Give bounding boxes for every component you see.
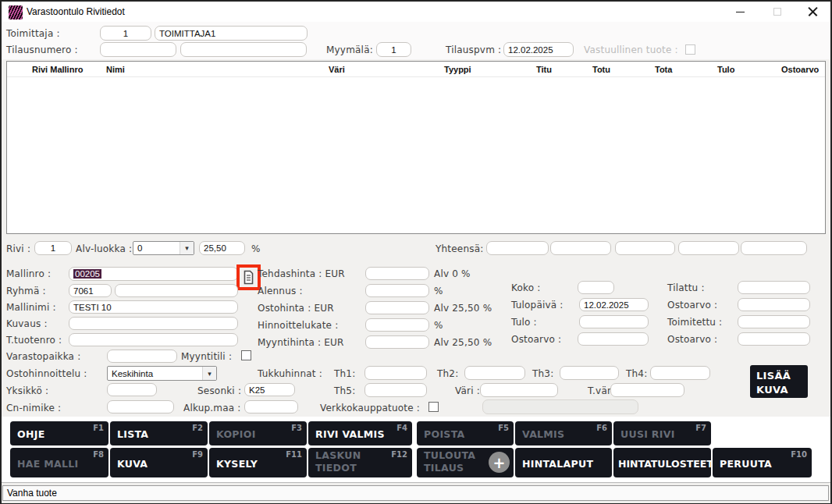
alv-percent-field[interactable]: 25,50 — [199, 241, 245, 255]
tulouta-tilaus-button[interactable]: TULOUTA TILAUS + — [417, 448, 514, 477]
rivi-valmis-button[interactable]: RIVI VALMIS F4 — [308, 421, 412, 445]
yhteensa-field-1[interactable] — [486, 241, 549, 255]
mallinimi-field[interactable]: TESTI 10 — [69, 300, 238, 314]
yhteensa-field-3[interactable] — [615, 241, 675, 255]
tilattu-field[interactable] — [738, 281, 810, 294]
fkey-label: F3 — [291, 424, 302, 432]
fkey-label: F12 — [391, 450, 407, 459]
lista-button[interactable]: LISTA F2 — [110, 421, 208, 445]
poista-button[interactable]: POISTA F5 — [417, 421, 514, 445]
button-label: KYSELY — [216, 458, 258, 470]
koko-field[interactable] — [578, 281, 614, 294]
button-label: RIVI VALMIS — [315, 428, 385, 441]
valmis-button[interactable]: VALMIS F6 — [515, 421, 612, 445]
tilausnumero-field-1[interactable] — [100, 42, 176, 57]
fkey-label: F11 — [286, 450, 302, 459]
cn-nimike-field[interactable] — [107, 400, 174, 413]
kopioi-button[interactable]: KOPIOI F3 — [209, 421, 307, 445]
button-label: HAE MALLI — [17, 458, 78, 470]
hinnoittelukate-field[interactable] — [365, 318, 429, 332]
mallinro-field[interactable]: 00205 — [69, 267, 238, 281]
th1-field[interactable] — [364, 366, 427, 380]
ostoarvo-mid-field[interactable] — [578, 332, 649, 346]
ostohinta-field[interactable] — [365, 301, 429, 314]
th2-field[interactable] — [464, 366, 525, 380]
rivi-field[interactable]: 1 — [34, 241, 72, 255]
sesonki-field[interactable]: K25 — [244, 383, 295, 396]
ryhma-code-field[interactable]: 7061 — [69, 284, 112, 297]
title-bar: Varastoontulo Rivitiedot — [2, 2, 830, 23]
kysely-button[interactable]: KYSELY F11 — [209, 448, 307, 477]
toimittaja-code-field[interactable]: 1 — [100, 26, 151, 41]
tilausnumero-field-2[interactable] — [180, 42, 307, 57]
ostohinnoittelu-select[interactable]: Keskihinta ▾ — [107, 366, 217, 381]
toimitettu-ostoarvo-field[interactable] — [738, 332, 810, 346]
th5-label: Th5: — [334, 385, 355, 396]
t-vari-field[interactable] — [610, 383, 684, 397]
plus-icon[interactable]: + — [489, 452, 510, 473]
yhteensa-field-4[interactable] — [678, 241, 739, 255]
tilattu-ostoarvo-label: Ostoarvo : — [667, 300, 717, 311]
button-label: LISTA — [117, 428, 148, 441]
maximize-icon — [773, 8, 781, 16]
close-button[interactable] — [798, 2, 827, 22]
cn-nimike-label: Cn-nimike : — [6, 403, 61, 413]
laskun-tiedot-button[interactable]: LASKUN TIEDOT F12 — [308, 448, 412, 477]
ohje-button[interactable]: OHJE F1 — [10, 421, 108, 445]
button-label: TULOUTA TILAUS — [424, 449, 482, 475]
chevron-down-icon[interactable]: ▾ — [202, 367, 216, 380]
tulopaiva-label: Tulopäivä : — [511, 300, 564, 311]
kuvaus-field[interactable] — [69, 317, 238, 330]
myyntitili-label: Myyntitili : — [181, 351, 232, 362]
kuva-button[interactable]: KUVA F9 — [110, 448, 208, 477]
tulo-field[interactable] — [579, 315, 649, 328]
myyntihinta-field[interactable] — [365, 335, 429, 349]
hinnoittelukate-percent-sign: % — [434, 320, 443, 331]
tulopaiva-field[interactable]: 12.02.2025 — [579, 298, 649, 311]
button-label: KOPIOI — [216, 428, 256, 441]
th4-field[interactable] — [650, 366, 710, 380]
tilattu-ostoarvo-field[interactable] — [738, 298, 810, 311]
sesonki-label: Sesonki : — [197, 385, 241, 396]
peruuta-button[interactable]: PERUUTA F10 — [713, 448, 812, 477]
toimittaja-name-field[interactable]: TOIMITTAJA1 — [155, 26, 308, 41]
ostohinnoittelu-value: Keskihinta — [112, 369, 153, 378]
alkup-maa-field[interactable] — [244, 400, 298, 413]
chevron-down-icon[interactable]: ▾ — [180, 242, 194, 254]
hae-malli-button[interactable]: HAE MALLI F8 — [10, 448, 108, 477]
vari-field[interactable] — [480, 383, 558, 397]
close-icon — [808, 7, 818, 17]
hintalaput-button[interactable]: HINTALAPUT — [515, 448, 612, 477]
hinnoittelukate-label: Hinnoittelukate : — [258, 320, 338, 331]
th3-field[interactable] — [560, 366, 619, 380]
lisaa-kuva-button[interactable]: LISÄÄ KUVA — [750, 365, 808, 398]
button-label: VALMIS — [522, 428, 564, 441]
yhteensa-field-2[interactable] — [550, 241, 611, 255]
tilausnumero-label: Tilausnumero : — [6, 44, 78, 55]
tehdashinta-field[interactable] — [365, 267, 429, 280]
hintatulosteet-button[interactable]: HINTATULOSTEET — [613, 448, 711, 477]
alv-luokka-select[interactable]: 0 ▾ — [133, 241, 194, 255]
toimitettu-field[interactable] — [738, 315, 810, 328]
alennus-field[interactable] — [365, 284, 429, 297]
myyntitili-checkbox[interactable] — [241, 350, 251, 360]
vastuullinen-tuote-checkbox[interactable] — [685, 44, 695, 55]
toimitettu-label: Toimitettu : — [667, 317, 722, 328]
uusi-rivi-button[interactable]: UUSI RIVI F7 — [613, 421, 711, 445]
t-tuotenro-field[interactable] — [69, 333, 238, 346]
verkkokauppa-info-field — [482, 399, 638, 414]
t-tuotenro-label: T.tuotenro : — [6, 335, 62, 346]
maximize-button[interactable] — [763, 2, 791, 22]
yhteensa-field-5[interactable] — [741, 241, 807, 255]
col-header-tyyppi: Tyyppi — [444, 65, 471, 74]
tilauspvm-field[interactable]: 12.02.2025 — [503, 42, 574, 57]
yksikko-field[interactable] — [107, 383, 157, 396]
myymala-field[interactable]: 1 — [376, 42, 411, 57]
th5-field[interactable] — [364, 383, 427, 397]
varastopaikka-field[interactable] — [107, 350, 177, 363]
verkkokauppatuote-checkbox[interactable] — [428, 402, 439, 412]
ryhma-label: Ryhmä : — [6, 286, 46, 296]
ryhma-name-field[interactable] — [115, 284, 238, 297]
minimize-button[interactable] — [726, 2, 754, 22]
mallinimi-label: Mallinimi : — [6, 302, 56, 313]
